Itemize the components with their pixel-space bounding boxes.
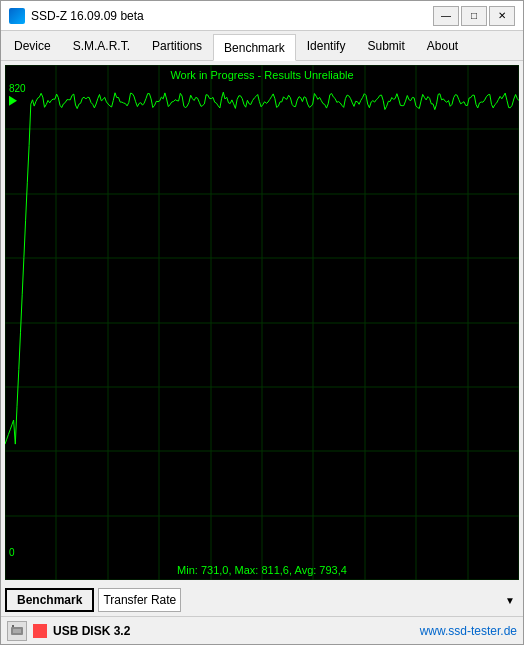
- app-icon: [9, 8, 25, 24]
- metric-dropdown[interactable]: Transfer Rate IOPS Access Time: [98, 588, 181, 612]
- title-bar: SSD-Z 16.09.09 beta — □ ✕: [1, 1, 523, 31]
- chart-y-max: 820: [9, 83, 26, 94]
- menu-partitions[interactable]: Partitions: [141, 34, 213, 57]
- bottom-controls: Benchmark Transfer Rate IOPS Access Time…: [1, 584, 523, 616]
- chart-stats: Min: 731,0, Max: 811,6, Avg: 793,4: [5, 564, 519, 576]
- menu-submit[interactable]: Submit: [356, 34, 415, 57]
- chart-title: Work in Progress - Results Unreliable: [5, 69, 519, 81]
- benchmark-chart: Work in Progress - Results Unreliable 82…: [5, 65, 519, 580]
- menu-benchmark[interactable]: Benchmark: [213, 34, 296, 61]
- chart-y-min: 0: [9, 547, 15, 558]
- website-link: www.ssd-tester.de: [420, 624, 517, 638]
- disk-color-indicator: [33, 624, 47, 638]
- main-window: SSD-Z 16.09.09 beta — □ ✕ Device S.M.A.R…: [0, 0, 524, 645]
- minimize-button[interactable]: —: [433, 6, 459, 26]
- menu-identify[interactable]: Identify: [296, 34, 357, 57]
- menu-device[interactable]: Device: [3, 34, 62, 57]
- window-controls: — □ ✕: [433, 6, 515, 26]
- benchmark-button[interactable]: Benchmark: [5, 588, 94, 612]
- menu-about[interactable]: About: [416, 34, 469, 57]
- disk-name: USB DISK 3.2: [53, 624, 414, 638]
- menu-smart[interactable]: S.M.A.R.T.: [62, 34, 141, 57]
- maximize-button[interactable]: □: [461, 6, 487, 26]
- dropdown-wrapper: Transfer Rate IOPS Access Time ▼: [98, 588, 519, 612]
- close-button[interactable]: ✕: [489, 6, 515, 26]
- window-title: SSD-Z 16.09.09 beta: [31, 9, 433, 23]
- svg-rect-23: [13, 629, 21, 633]
- dropdown-arrow-icon: ▼: [505, 595, 515, 606]
- usb-icon: [10, 624, 24, 638]
- svg-rect-24: [12, 625, 14, 627]
- chart-grid: [5, 65, 519, 580]
- disk-icon: [7, 621, 27, 641]
- status-bar: USB DISK 3.2 www.ssd-tester.de: [1, 616, 523, 644]
- menu-bar: Device S.M.A.R.T. Partitions Benchmark I…: [1, 31, 523, 61]
